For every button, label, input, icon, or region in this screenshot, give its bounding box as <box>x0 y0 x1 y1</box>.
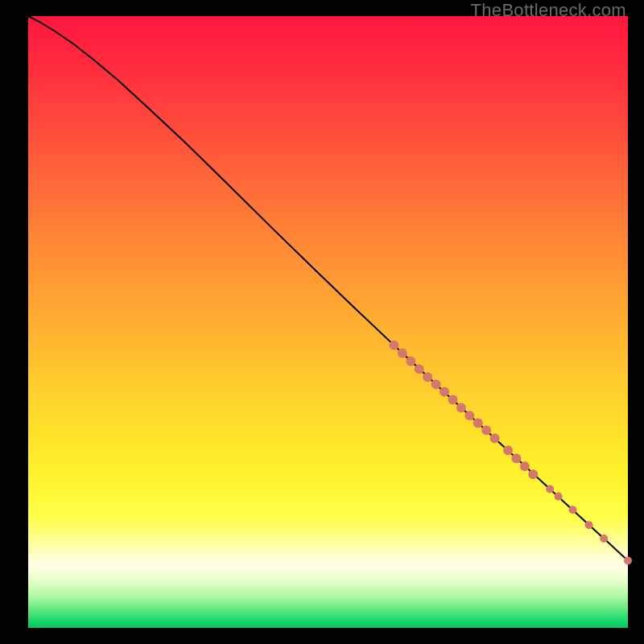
data-point <box>585 521 593 529</box>
data-point <box>511 453 521 463</box>
data-point <box>528 469 538 479</box>
data-point <box>415 365 424 374</box>
data-point <box>481 426 491 436</box>
data-point <box>448 395 457 405</box>
data-point <box>490 433 500 443</box>
data-point <box>555 493 563 501</box>
data-point <box>473 418 483 427</box>
data-point <box>600 535 608 543</box>
data-point <box>456 402 466 412</box>
data-point <box>389 341 398 350</box>
data-point <box>406 357 415 366</box>
data-point <box>398 349 407 358</box>
curve-line <box>28 16 628 560</box>
data-point <box>624 556 632 564</box>
plot-area <box>28 16 628 628</box>
chart-stage: TheBottleneck.com <box>0 0 644 644</box>
data-point <box>503 446 513 456</box>
watermark-text: TheBottleneck.com <box>471 0 626 21</box>
data-point <box>568 506 576 514</box>
data-point <box>520 461 530 471</box>
chart-svg <box>28 16 628 628</box>
data-point <box>423 372 432 382</box>
data-point <box>464 411 474 420</box>
data-point <box>546 485 554 493</box>
data-point <box>440 387 449 397</box>
data-point <box>431 380 441 390</box>
